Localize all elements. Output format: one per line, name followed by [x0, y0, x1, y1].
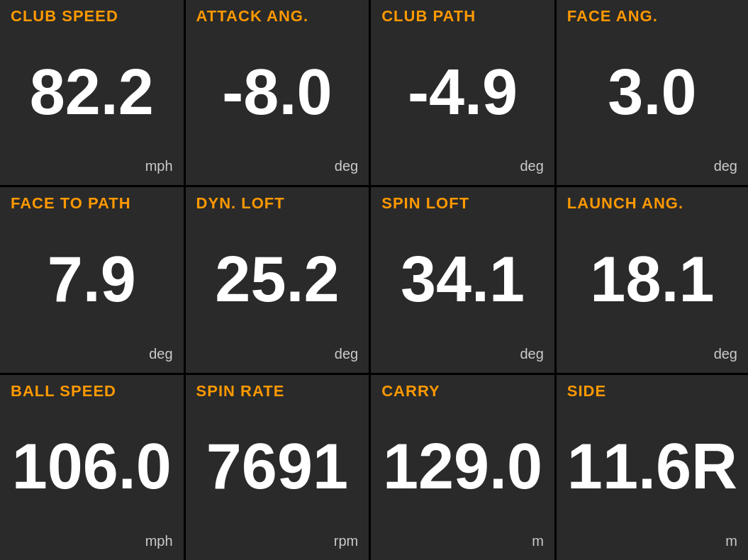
card-label-face-to-path: FACE TO PATH [11, 194, 173, 213]
card-value-ball-speed: 106.0 [11, 401, 173, 533]
card-label-attack-ang: ATTACK ANG. [196, 7, 359, 26]
card-value-dyn-loft: 25.2 [196, 213, 359, 345]
card-label-club-path: CLUB PATH [381, 7, 544, 26]
card-unit-side: m [567, 533, 737, 549]
card-label-side: SIDE [567, 382, 737, 401]
card-unit-dyn-loft: deg [196, 346, 359, 362]
metrics-grid: CLUB SPEED 82.2 mph ATTACK ANG. -8.0 deg… [0, 0, 748, 560]
card-club-path: CLUB PATH -4.9 deg [371, 0, 554, 185]
card-label-dyn-loft: DYN. LOFT [196, 194, 359, 213]
card-dyn-loft: DYN. LOFT 25.2 deg [186, 187, 369, 372]
card-face-ang: FACE ANG. 3.0 deg [557, 0, 748, 185]
card-launch-ang: LAUNCH ANG. 18.1 deg [557, 187, 748, 372]
card-value-club-path: -4.9 [381, 26, 544, 158]
card-value-carry: 129.0 [381, 401, 544, 533]
card-unit-club-speed: mph [11, 158, 173, 174]
card-label-club-speed: CLUB SPEED [11, 7, 173, 26]
card-label-launch-ang: LAUNCH ANG. [567, 194, 737, 213]
card-value-spin-loft: 34.1 [381, 213, 544, 345]
card-ball-speed: BALL SPEED 106.0 mph [0, 375, 184, 560]
card-value-launch-ang: 18.1 [567, 213, 737, 345]
card-unit-carry: m [381, 533, 544, 549]
card-label-face-ang: FACE ANG. [567, 7, 737, 26]
card-label-ball-speed: BALL SPEED [11, 382, 173, 401]
card-unit-spin-rate: rpm [196, 533, 359, 549]
card-unit-face-ang: deg [567, 158, 737, 174]
card-side: SIDE 11.6R m [557, 375, 748, 560]
card-label-carry: CARRY [381, 382, 544, 401]
card-unit-face-to-path: deg [11, 346, 173, 362]
card-unit-club-path: deg [381, 158, 544, 174]
card-spin-rate: SPIN RATE 7691 rpm [186, 375, 369, 560]
card-club-speed: CLUB SPEED 82.2 mph [0, 0, 184, 185]
card-value-face-ang: 3.0 [567, 26, 737, 158]
card-value-spin-rate: 7691 [196, 401, 359, 533]
card-unit-ball-speed: mph [11, 533, 173, 549]
card-carry: CARRY 129.0 m [371, 375, 554, 560]
card-unit-launch-ang: deg [567, 346, 737, 362]
card-face-to-path: FACE TO PATH 7.9 deg [0, 187, 184, 372]
card-label-spin-loft: SPIN LOFT [381, 194, 544, 213]
card-value-face-to-path: 7.9 [11, 213, 173, 345]
card-unit-spin-loft: deg [381, 346, 544, 362]
card-unit-attack-ang: deg [196, 158, 359, 174]
card-value-attack-ang: -8.0 [196, 26, 359, 158]
card-value-side: 11.6R [567, 401, 737, 533]
card-value-club-speed: 82.2 [11, 26, 173, 158]
card-attack-ang: ATTACK ANG. -8.0 deg [186, 0, 369, 185]
card-label-spin-rate: SPIN RATE [196, 382, 359, 401]
card-spin-loft: SPIN LOFT 34.1 deg [371, 187, 554, 372]
